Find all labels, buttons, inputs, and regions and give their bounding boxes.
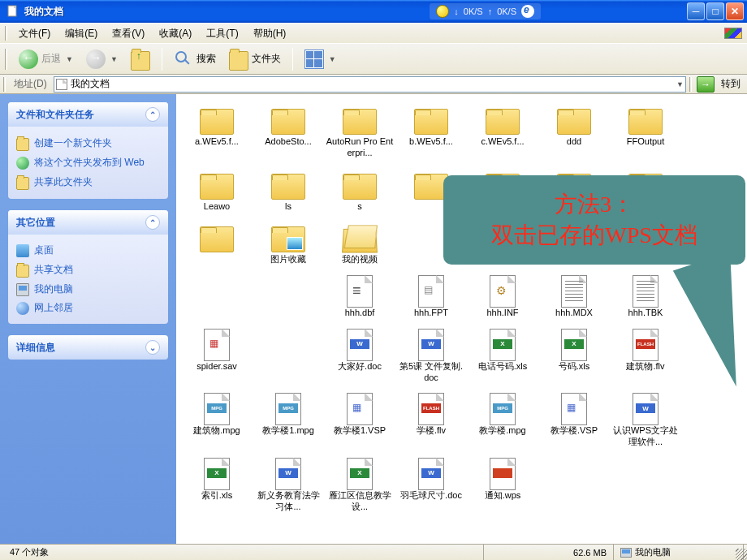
file-label: 号码.xls (559, 361, 590, 373)
file-item[interactable]: hhh.INF (467, 275, 538, 319)
file-item[interactable]: 索引.xls (181, 458, 253, 513)
file-item[interactable]: 我的视频 (324, 222, 395, 265)
file-item[interactable] (181, 222, 253, 265)
address-label: 地址(D) (11, 77, 50, 91)
side-panel: 文件和文件夹任务 ⌃ 创建一个新文件夹 将这个文件夹发布到 Web 共享此文件夹 (0, 94, 176, 544)
file-item[interactable]: ddd (538, 104, 610, 159)
file-item[interactable]: FFOutput (610, 104, 681, 159)
file-item[interactable]: hhh.TBK (610, 275, 681, 319)
computer-icon (16, 283, 29, 296)
file-item[interactable]: 雁江区信息教学设... (324, 458, 395, 513)
upload-speed: 0K/S (497, 6, 516, 16)
task-new-folder[interactable]: 创建一个新文件夹 (16, 133, 160, 153)
menu-view[interactable]: 查看(V) (106, 24, 151, 43)
file-area[interactable]: a.WEv5.f...AdobeSto...AutoRun Pro Enterp… (176, 94, 747, 544)
file-item[interactable]: AdobeSto... (253, 104, 324, 159)
menu-favorites[interactable]: 收藏(A) (153, 24, 198, 43)
place-desktop[interactable]: 桌面 (16, 241, 160, 260)
file-item[interactable]: 教学楼.mpg (467, 393, 538, 448)
file-item[interactable]: 认识WPS文字处理软件... (610, 393, 681, 448)
file-item[interactable]: 教学楼.VSP (538, 393, 610, 448)
file-label: AutoRun Pro Enterpri... (326, 136, 394, 159)
file-item[interactable]: 新义务教育法学习体... (253, 458, 324, 513)
file-item[interactable]: 学楼.flv (395, 393, 467, 448)
places-title: 其它位置 (16, 216, 55, 230)
upload-arrow-icon: ↑ (488, 6, 493, 16)
file-item[interactable]: hhh.dbf (324, 275, 395, 319)
task-publish-web[interactable]: 将这个文件夹发布到 Web (16, 153, 160, 172)
file-item[interactable]: 大家好.doc (324, 329, 395, 384)
places-panel-header[interactable]: 其它位置 ⌃ (8, 210, 168, 235)
maximize-button[interactable]: □ (706, 2, 724, 20)
task-label: 共享此文件夹 (34, 175, 93, 189)
file-item[interactable]: a.WEv5.f... (181, 104, 253, 159)
minimize-button[interactable]: ─ (687, 2, 705, 20)
toolbar: 后退 ▼ ▼ 搜索 文件夹 ▼ (0, 44, 747, 75)
task-share-folder[interactable]: 共享此文件夹 (16, 172, 160, 192)
file-item[interactable]: 图片收藏 (253, 222, 324, 265)
views-button[interactable]: ▼ (300, 46, 341, 72)
forward-button[interactable]: ▼ (81, 46, 123, 72)
file-item[interactable]: Leawo (181, 169, 253, 213)
address-value: 我的文档 (71, 77, 110, 91)
folders-button[interactable]: 文件夹 (224, 45, 286, 74)
task-label: 将这个文件夹发布到 Web (34, 156, 145, 170)
resize-grip[interactable] (736, 549, 747, 560)
status-bar: 47 个对象 62.6 MB 我的电脑 (0, 544, 747, 560)
file-item[interactable]: 建筑物.mpg (181, 393, 253, 448)
file-item[interactable]: hhh.MDX (538, 275, 610, 319)
place-shared-docs[interactable]: 共享文档 (16, 260, 160, 280)
file-item[interactable]: AutoRun Pro Enterpri... (324, 104, 395, 159)
tasks-panel-header[interactable]: 文件和文件夹任务 ⌃ (8, 102, 168, 127)
file-item[interactable]: 教学楼1.VSP (324, 393, 395, 448)
file-label: 大家好.doc (338, 361, 382, 373)
file-label: spider.sav (196, 361, 237, 373)
places-panel: 其它位置 ⌃ 桌面 共享文档 我的电脑 网上邻居 (8, 210, 168, 324)
close-button[interactable]: ✕ (726, 2, 744, 20)
go-label: 转到 (718, 77, 744, 91)
file-label: hhh.MDX (555, 308, 593, 319)
views-icon (304, 50, 324, 69)
file-label: 建筑物.mpg (193, 425, 240, 437)
menu-tools[interactable]: 工具(T) (200, 24, 244, 43)
menu-help[interactable]: 帮助(H) (247, 24, 293, 43)
folder-icon (16, 265, 29, 278)
grip-handle[interactable] (5, 49, 7, 70)
place-network[interactable]: 网上邻居 (16, 299, 160, 317)
place-my-computer[interactable]: 我的电脑 (16, 280, 160, 299)
file-item[interactable]: 羽毛球尺寸.doc (395, 458, 467, 513)
file-item[interactable]: 教学楼1.mpg (253, 393, 324, 448)
file-label: 教学楼.mpg (479, 425, 525, 437)
up-folder-icon (131, 51, 150, 71)
file-item[interactable]: 通知.wps (467, 458, 538, 513)
menu-file[interactable]: 文件(F) (12, 24, 57, 43)
file-item[interactable]: b.WEv5.f... (395, 104, 467, 159)
grip-handle[interactable] (5, 26, 7, 41)
up-button[interactable] (126, 45, 155, 74)
main-area: 文件和文件夹任务 ⌃ 创建一个新文件夹 将这个文件夹发布到 Web 共享此文件夹 (0, 94, 747, 544)
file-item[interactable]: 号码.xls (538, 329, 610, 384)
file-item[interactable]: 电话号码.xls (467, 329, 538, 384)
menu-edit[interactable]: 编辑(E) (58, 24, 104, 43)
dropdown-icon[interactable]: ▼ (676, 80, 684, 88)
chevron-up-icon: ⌃ (145, 107, 160, 122)
app-icon (6, 5, 19, 18)
address-input[interactable]: 我的文档 ▼ (54, 76, 686, 93)
file-item[interactable]: ls (253, 169, 324, 213)
file-item[interactable]: 第5课 文件复制.doc (395, 329, 467, 384)
desktop-icon (16, 244, 29, 257)
grip-handle[interactable] (3, 77, 6, 92)
grip-handle[interactable] (689, 77, 692, 92)
back-button[interactable]: 后退 ▼ (14, 46, 78, 72)
dropdown-icon: ▼ (66, 55, 73, 63)
title-bar: 我的文档 ↓ 0K/S ↑ 0K/S ─ □ ✕ (0, 0, 747, 23)
file-item[interactable]: 建筑物.flv (610, 329, 681, 384)
search-icon (175, 51, 187, 62)
file-item[interactable]: hhh.FPT (395, 275, 467, 319)
search-button[interactable]: 搜索 (169, 46, 221, 72)
file-item[interactable]: spider.sav (181, 329, 253, 384)
details-panel-header[interactable]: 详细信息 ⌄ (8, 335, 168, 360)
go-button[interactable]: → (697, 76, 715, 93)
file-item[interactable]: c.WEv5.f... (467, 104, 538, 159)
file-item[interactable]: s (324, 169, 395, 213)
